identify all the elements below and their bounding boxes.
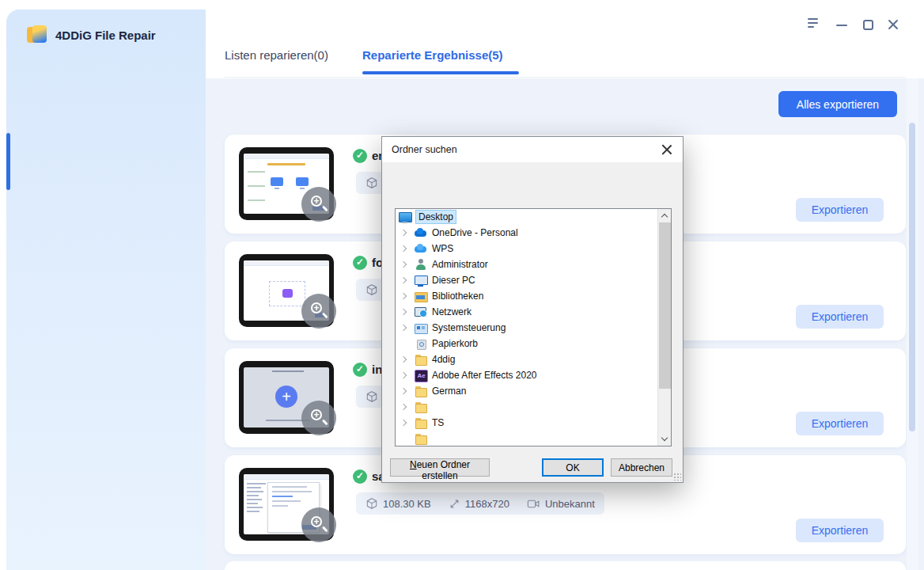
tree-item-label: Desktop [416, 211, 456, 223]
maximize-icon[interactable] [863, 20, 873, 30]
main-scrollbar-thumb[interactable] [909, 123, 915, 431]
repaired-check-icon [353, 469, 367, 484]
expander-spacer [400, 435, 408, 443]
result-row-5-partial [225, 561, 906, 570]
cancel-button[interactable]: Abbrechen [611, 458, 672, 477]
expander-icon[interactable] [400, 371, 408, 379]
export-button[interactable]: Exportieren [796, 305, 884, 329]
recycle-bin-icon [415, 337, 427, 350]
codec-icon [527, 498, 540, 510]
tree-item-label: German [432, 386, 466, 397]
new-folder-button[interactable]: Neuen Ordner erstellen [390, 458, 490, 477]
desktop-icon [399, 211, 411, 223]
sidebar-active-indicator [6, 133, 10, 190]
tree-item-folder[interactable] [396, 431, 671, 446]
tree-item-bibliotheken[interactable]: Bibliotheken [396, 288, 671, 304]
repaired-check-icon [353, 256, 367, 270]
expander-icon[interactable] [400, 403, 408, 411]
tree-item-label: Administrator [432, 259, 488, 270]
tree-item-wps[interactable]: WPS [396, 241, 671, 256]
tab-repair-list[interactable]: Listen reparieren(0) [225, 48, 328, 62]
user-icon [415, 258, 427, 271]
tree-item-administrator[interactable]: Administrator [396, 256, 671, 272]
export-button[interactable]: Exportieren [796, 519, 884, 542]
scroll-up-icon[interactable] [658, 209, 672, 222]
repaired-check-icon [353, 149, 367, 163]
resize-grip[interactable] [673, 473, 681, 481]
app-logo-icon [27, 25, 47, 44]
dialog-titlebar[interactable]: Ordner suchen [382, 137, 683, 162]
file-codec: Unbekannt [545, 498, 595, 510]
thumbnail-1[interactable] [239, 147, 334, 220]
scroll-down-icon[interactable] [658, 432, 672, 446]
zoom-preview-icon[interactable] [301, 401, 336, 435]
dialog-title: Ordner suchen [392, 144, 457, 155]
libraries-icon [415, 290, 427, 302]
tree-item-label: 4ddig [432, 354, 455, 365]
tree-item-label: Systemsteuerung [432, 322, 506, 333]
browse-folder-dialog: Ordner suchen Desktop OneDrive - Persona… [381, 136, 684, 483]
tree-item-ts[interactable]: TS [396, 415, 671, 431]
zoom-preview-icon[interactable] [301, 507, 336, 542]
folder-icon [415, 353, 427, 366]
file-size: 108.30 KB [383, 498, 431, 510]
folder-icon [415, 416, 427, 429]
tree-item-german[interactable]: German [396, 383, 671, 399]
tree-item-papierkorb[interactable]: Papierkorb [396, 336, 671, 352]
sidebar: 4DDiG File Repair [6, 10, 206, 570]
expander-icon[interactable] [400, 324, 408, 332]
tab-repaired-results[interactable]: Reparierte Ergebnisse(5) [362, 48, 503, 62]
close-icon[interactable] [888, 19, 899, 30]
expander-spacer [400, 340, 408, 348]
tree-item-4ddig[interactable]: 4ddig [396, 352, 671, 367]
file-meta: 108.30 KB 924x570 Unbekannt [356, 492, 604, 515]
expander-icon[interactable] [400, 308, 408, 316]
file-size-icon [365, 177, 378, 189]
tree-item-dieser-pc[interactable]: Dieser PC [396, 272, 671, 288]
expander-icon[interactable] [400, 419, 408, 427]
expander-icon[interactable] [400, 292, 408, 300]
minimize-icon[interactable] [836, 25, 847, 26]
tree-item-desktop[interactable]: Desktop [396, 209, 671, 225]
app-logo-row: 4DDiG File Repair [27, 25, 156, 44]
file-size-icon [365, 283, 378, 296]
file-size-icon [365, 497, 378, 510]
tree-item-label: TS [432, 417, 444, 428]
tree-item-label: Bibliotheken [432, 291, 483, 302]
tree-item-label: Adobe After Effects 2020 [432, 370, 537, 381]
thumbnail-4[interactable] [239, 468, 334, 541]
expander-icon[interactable] [400, 245, 408, 253]
tree-item-after-effects[interactable]: Adobe After Effects 2020 [396, 367, 671, 383]
expander-icon[interactable] [400, 260, 408, 268]
tree-item-folder[interactable] [396, 399, 671, 415]
zoom-preview-icon[interactable] [301, 294, 336, 329]
tree-item-onedrive[interactable]: OneDrive - Personal [396, 225, 671, 241]
repaired-check-icon [353, 363, 367, 377]
thumbnail-2[interactable] [239, 254, 334, 327]
folder-icon [415, 432, 427, 445]
expander-icon[interactable] [400, 387, 408, 395]
after-effects-icon [415, 369, 427, 382]
export-all-button[interactable]: Alles exportieren [778, 91, 897, 117]
menu-icon[interactable] [808, 17, 818, 27]
tree-item-label: Netzwerk [432, 306, 471, 317]
tree-item-systemsteuerung[interactable]: Systemsteuerung [396, 320, 671, 336]
active-tab-underline [362, 71, 519, 74]
file-dimensions: 924x570 [465, 498, 509, 510]
file-size-icon [365, 390, 378, 403]
thumbnail-3[interactable] [239, 361, 334, 434]
zoom-preview-icon[interactable] [301, 187, 336, 222]
expander-icon[interactable] [400, 276, 408, 284]
network-icon [415, 306, 427, 318]
expander-icon[interactable] [400, 355, 408, 363]
export-button[interactable]: Exportieren [796, 412, 884, 435]
ok-button[interactable]: OK [542, 458, 604, 477]
tree-scrollbar-thumb[interactable] [659, 222, 671, 389]
expander-icon[interactable] [400, 229, 408, 237]
tree-item-netzwerk[interactable]: Netzwerk [396, 304, 671, 320]
folder-icon [415, 385, 427, 397]
header-divider [225, 77, 906, 78]
export-button[interactable]: Exportieren [796, 198, 884, 222]
dialog-close-icon[interactable] [661, 143, 673, 156]
tree-scrollbar-track[interactable] [657, 209, 671, 446]
